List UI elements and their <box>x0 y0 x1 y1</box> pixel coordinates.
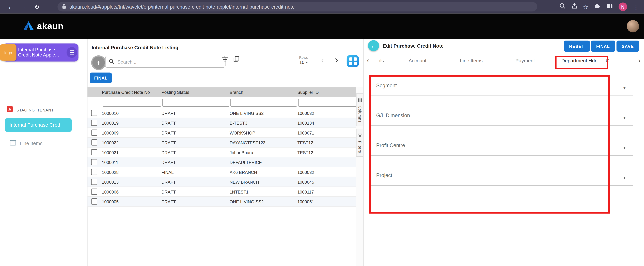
table-row[interactable]: 1000028 FINAL AK6 BRANCH 1000032 <box>88 167 356 177</box>
column-filter-input[interactable] <box>298 99 359 106</box>
add-record-button[interactable]: + <box>91 55 106 70</box>
browser-menu-icon[interactable]: ⋮ <box>633 4 639 10</box>
applet-logo: logo <box>0 44 16 61</box>
search-input[interactable] <box>116 59 222 65</box>
tab-item[interactable]: Department Hdr <box>552 58 606 64</box>
filter-list-icon[interactable] <box>222 56 228 64</box>
previous-page-button[interactable]: ‹ <box>321 55 324 65</box>
browser-toolbar: ☆ N ⋮ <box>559 2 644 11</box>
bookmark-star-icon[interactable]: ☆ <box>583 4 588 10</box>
dropdown-field[interactable]: Project ▾ <box>370 170 633 200</box>
row-checkbox[interactable] <box>91 198 97 205</box>
cell-branch: DEFAULTPRICE <box>229 160 296 165</box>
funnel-icon <box>358 132 362 139</box>
table-row[interactable]: 1000011 DRAFT DEFAULTPRICE <box>88 157 356 167</box>
rows-per-page-label: Rows <box>294 55 312 59</box>
field-underline <box>370 126 633 126</box>
browser-back-button[interactable]: ← <box>4 3 17 10</box>
column-header[interactable]: Posting Status <box>160 90 229 95</box>
cell-branch: Johor Bharu <box>229 150 296 155</box>
column-filter-input[interactable] <box>230 99 297 106</box>
sidebar-item-internal-purchase-credit-note[interactable]: Internal Purchase Cred <box>5 118 72 132</box>
row-checkbox[interactable] <box>91 179 97 185</box>
row-checkbox[interactable] <box>91 189 97 195</box>
column-filter-input[interactable] <box>103 99 161 106</box>
tab-item[interactable]: ils <box>372 58 390 64</box>
dropdown-caret-icon[interactable]: ▾ <box>624 86 626 90</box>
akaun-logo[interactable]: akaun <box>24 13 64 39</box>
row-checkbox[interactable] <box>91 130 97 136</box>
tab-item[interactable]: Payment <box>498 58 552 64</box>
applet-name: Internal Purchase Credit Note Apple... <box>18 47 66 58</box>
cell-supplier-id: 1000134 <box>296 120 359 125</box>
table-row[interactable]: 1000009 DRAFT WORKSHOP 1000071 <box>88 128 356 138</box>
grid-view-button[interactable] <box>347 55 359 67</box>
tab-item[interactable]: Account <box>391 58 444 64</box>
reset-button[interactable]: RESET <box>564 40 590 52</box>
dropdown-caret-icon[interactable]: ▾ <box>624 175 626 180</box>
columns-side-tab[interactable]: Columns <box>356 94 364 126</box>
row-checkbox[interactable] <box>91 120 97 126</box>
cell-purchase-credit-note-no: 1000009 <box>101 130 161 135</box>
cell-supplier-id: 1000032 <box>296 169 359 174</box>
column-header[interactable]: Purchase Credit Note No <box>101 90 161 95</box>
final-button[interactable]: FINAL <box>591 40 615 52</box>
table-row[interactable]: 1000019 DRAFT B-TEST3 1000134 <box>88 118 356 128</box>
cell-branch: AK6 BRANCH <box>229 169 296 174</box>
share-icon[interactable] <box>571 3 577 10</box>
row-checkbox[interactable] <box>91 159 97 165</box>
cell-supplier-id: 1000071 <box>296 130 359 135</box>
cell-supplier-id: 1000032 <box>296 111 359 115</box>
dropdown-caret-icon[interactable]: ▾ <box>624 146 626 150</box>
table-row[interactable]: 1000013 DRAFT NEW BRANCH 1000045 <box>88 177 356 187</box>
applet-switcher[interactable]: logo Internal Purchase Credit Note Apple… <box>2 43 78 61</box>
row-checkbox[interactable] <box>91 139 97 146</box>
column-filter-input[interactable] <box>162 99 229 106</box>
dropdown-caret-icon[interactable]: ▾ <box>624 116 626 120</box>
column-header[interactable]: Supplier ID <box>296 90 359 95</box>
row-checkbox[interactable] <box>91 149 97 155</box>
dropdown-field[interactable]: Profit Centre ▾ <box>370 140 633 170</box>
next-page-button[interactable]: › <box>335 54 338 66</box>
tab-item[interactable]: C <box>606 58 615 64</box>
browser-forward-button[interactable]: → <box>17 3 30 10</box>
filters-side-tab[interactable]: Filters <box>356 129 364 157</box>
cell-supplier-id: TEST12 <box>296 150 359 155</box>
sidebar-item-label: Internal Purchase Cred <box>10 122 60 128</box>
status-filter-chip[interactable]: FINAL <box>90 73 112 83</box>
table-row[interactable]: 1000006 DRAFT 1NTEST1 1000117 <box>88 187 356 197</box>
browser-reload-button[interactable]: ↻ <box>30 3 44 10</box>
column-header[interactable]: Branch <box>229 90 296 95</box>
table-header-row: Purchase Credit Note No Posting Status B… <box>88 87 356 97</box>
hamburger-menu-icon[interactable] <box>66 47 77 58</box>
table-row[interactable]: 1000005 DRAFT ONE LIVING SS2 1000051 <box>88 197 356 207</box>
dropdown-field[interactable]: Segment ▾ <box>370 80 633 110</box>
tabs-scroll-left-icon[interactable]: ‹ <box>364 56 372 65</box>
tenant-selector[interactable]: STAGING_TENANT <box>7 106 54 114</box>
table-row[interactable]: 1000010 DRAFT ONE LIVING SS2 1000032 <box>88 108 356 118</box>
cell-branch: DAYANGTEST123 <box>229 140 296 145</box>
table-row[interactable]: 1000022 DRAFT DAYANGTEST123 TEST12 <box>88 138 356 148</box>
tenant-name: STAGING_TENANT <box>16 108 54 112</box>
records-table: Purchase Credit Note No Posting Status B… <box>88 87 356 206</box>
address-bar[interactable]: akaun.cloud/#/applets/tnt/wavelet/erp/in… <box>58 2 537 11</box>
table-side-strip: Columns Filters <box>356 87 363 266</box>
user-avatar[interactable] <box>627 20 639 32</box>
row-checkbox[interactable] <box>91 110 97 116</box>
back-button[interactable]: ← <box>368 40 379 51</box>
copy-pages-icon[interactable] <box>233 56 240 64</box>
table-row[interactable]: 1000021 DRAFT Johor Bharu TEST12 <box>88 148 356 157</box>
cell-posting-status: DRAFT <box>160 150 229 155</box>
dropdown-field[interactable]: G/L Dimension ▾ <box>370 110 633 140</box>
tabs-scroll-right-icon[interactable]: › <box>635 56 644 65</box>
zoom-icon[interactable] <box>559 3 566 10</box>
sidebar-item-line-items[interactable]: Line Items <box>10 140 42 147</box>
rows-per-page-select[interactable]: 10 ▾ <box>294 60 312 66</box>
field-underline <box>370 96 633 96</box>
row-checkbox[interactable] <box>91 169 97 175</box>
browser-profile-avatar[interactable]: N <box>618 2 627 11</box>
tab-item[interactable]: Line Items <box>444 58 498 64</box>
side-panel-icon[interactable] <box>606 3 613 10</box>
save-button[interactable]: SAVE <box>616 40 639 52</box>
extensions-puzzle-icon[interactable] <box>594 3 600 10</box>
